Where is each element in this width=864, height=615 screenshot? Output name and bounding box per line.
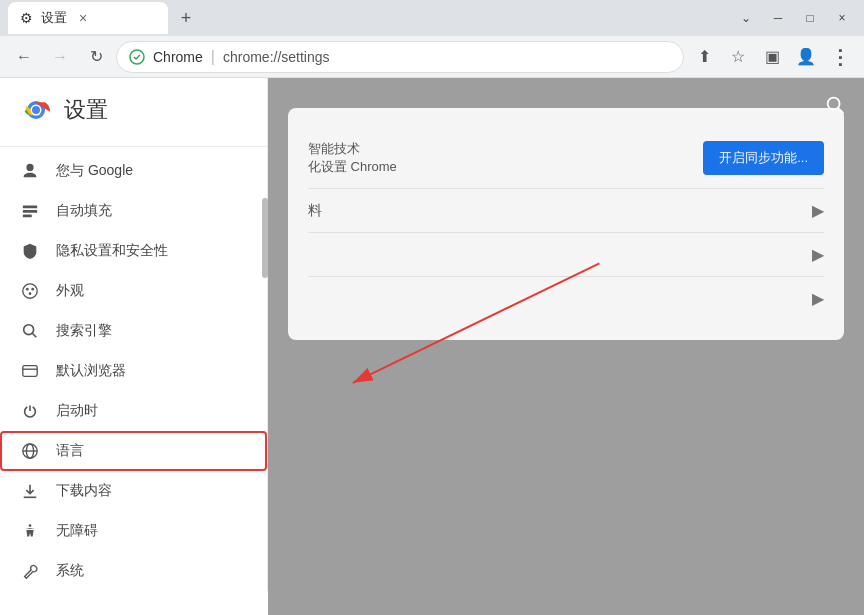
shield-icon bbox=[20, 241, 40, 261]
power-icon bbox=[20, 401, 40, 421]
tab-close-button[interactable]: × bbox=[79, 10, 87, 26]
svg-point-8 bbox=[23, 284, 37, 298]
sidebar-label-search: 搜索引擎 bbox=[56, 322, 112, 340]
chrome-logo-icon bbox=[20, 94, 52, 126]
svg-rect-6 bbox=[23, 210, 37, 213]
nav-actions: ⬆ ☆ ▣ 👤 ⋮ bbox=[688, 41, 856, 73]
sync-description: 智能技术 化设置 Chrome bbox=[308, 140, 397, 176]
svg-point-20 bbox=[29, 524, 32, 527]
sidebar-toggle-icon[interactable]: ▣ bbox=[756, 41, 788, 73]
search-settings-icon[interactable] bbox=[824, 94, 848, 118]
card-row-1[interactable]: 料 ▶ bbox=[308, 189, 824, 233]
window-controls: ⌄ ─ □ × bbox=[732, 4, 856, 32]
sidebar-label-autofill: 自动填充 bbox=[56, 202, 112, 220]
address-bar[interactable]: Chrome | chrome://settings bbox=[116, 41, 684, 73]
address-brand: Chrome bbox=[153, 49, 203, 65]
minimize-button[interactable]: ─ bbox=[764, 4, 792, 32]
wrench-icon bbox=[20, 561, 40, 581]
sidebar-label-startup: 启动时 bbox=[56, 402, 98, 420]
chevron-right-icon-2: ▶ bbox=[812, 245, 824, 264]
new-tab-button[interactable]: + bbox=[172, 4, 200, 32]
sidebar-item-google[interactable]: 您与 Google bbox=[0, 151, 267, 191]
sidebar-item-default-browser[interactable]: 默认浏览器 bbox=[0, 351, 267, 391]
personalize-label: 化设置 Chrome bbox=[308, 158, 397, 176]
svg-line-13 bbox=[32, 333, 36, 337]
globe-icon bbox=[20, 441, 40, 461]
title-bar: ⚙ 设置 × + ⌄ ─ □ × bbox=[0, 0, 864, 36]
sidebar-wrapper: 设置 您与 Google 自动填充 bbox=[0, 78, 268, 615]
sidebar-header: 设置 bbox=[0, 78, 267, 142]
sidebar-label-appearance: 外观 bbox=[56, 282, 84, 300]
svg-rect-5 bbox=[23, 206, 37, 209]
svg-point-21 bbox=[828, 98, 840, 110]
address-lock-icon bbox=[129, 49, 145, 65]
content-area: 设置 您与 Google 自动填充 bbox=[0, 78, 864, 615]
sidebar-item-language[interactable]: 语言 bbox=[0, 431, 267, 471]
sidebar-label-default-browser: 默认浏览器 bbox=[56, 362, 126, 380]
active-tab[interactable]: ⚙ 设置 × bbox=[8, 2, 168, 34]
search-icon bbox=[20, 321, 40, 341]
main-settings-content: 智能技术 化设置 Chrome 开启同步功能... 料 ▶ ▶ ▶ bbox=[268, 78, 864, 615]
menu-icon[interactable]: ⋮ bbox=[824, 41, 856, 73]
share-icon[interactable]: ⬆ bbox=[688, 41, 720, 73]
svg-point-11 bbox=[29, 292, 32, 295]
card-row-1-label: 料 bbox=[308, 202, 322, 220]
chevron-down-icon[interactable]: ⌄ bbox=[732, 4, 760, 32]
sidebar-item-search[interactable]: 搜索引擎 bbox=[0, 311, 267, 351]
tab-title: 设置 bbox=[41, 9, 67, 27]
sidebar-item-startup[interactable]: 启动时 bbox=[0, 391, 267, 431]
settings-card: 智能技术 化设置 Chrome 开启同步功能... 料 ▶ ▶ ▶ bbox=[288, 108, 844, 340]
sidebar-label-google: 您与 Google bbox=[56, 162, 133, 180]
address-url: chrome://settings bbox=[223, 49, 330, 65]
forward-button[interactable]: → bbox=[44, 41, 76, 73]
palette-icon bbox=[20, 281, 40, 301]
card-row-2[interactable]: ▶ bbox=[308, 233, 824, 277]
sidebar-label-language: 语言 bbox=[56, 442, 84, 460]
svg-point-4 bbox=[32, 106, 40, 114]
svg-point-10 bbox=[31, 288, 34, 291]
person-icon bbox=[20, 161, 40, 181]
tab-settings-icon: ⚙ bbox=[20, 10, 33, 26]
svg-line-22 bbox=[838, 108, 843, 113]
sidebar-item-appearance[interactable]: 外观 bbox=[0, 271, 267, 311]
chevron-right-icon-1: ▶ bbox=[812, 201, 824, 220]
bookmark-icon[interactable]: ☆ bbox=[722, 41, 754, 73]
svg-point-9 bbox=[26, 288, 29, 291]
svg-point-12 bbox=[24, 325, 34, 335]
download-icon bbox=[20, 481, 40, 501]
sidebar-label-accessibility: 无障碍 bbox=[56, 522, 98, 540]
navigation-bar: ← → ↻ Chrome | chrome://settings ⬆ ☆ ▣ 👤… bbox=[0, 36, 864, 78]
refresh-button[interactable]: ↻ bbox=[80, 41, 112, 73]
sidebar-label-downloads: 下载内容 bbox=[56, 482, 112, 500]
sidebar-item-system[interactable]: 系统 bbox=[0, 551, 267, 591]
sync-row: 智能技术 化设置 Chrome 开启同步功能... bbox=[308, 128, 824, 189]
svg-rect-7 bbox=[23, 215, 32, 218]
sidebar-item-privacy[interactable]: 隐私设置和安全性 bbox=[0, 231, 267, 271]
svg-rect-14 bbox=[23, 366, 37, 377]
sidebar-divider-top bbox=[0, 146, 267, 147]
browser-frame: ⚙ 设置 × + ⌄ ─ □ × ← → ↻ Chrome | chrome:/… bbox=[0, 0, 864, 615]
browser-icon bbox=[20, 361, 40, 381]
card-row-3[interactable]: ▶ bbox=[308, 277, 824, 320]
sidebar: 设置 您与 Google 自动填充 bbox=[0, 78, 268, 591]
autofill-icon bbox=[20, 201, 40, 221]
back-button[interactable]: ← bbox=[8, 41, 40, 73]
accessibility-icon bbox=[20, 521, 40, 541]
sidebar-title: 设置 bbox=[64, 95, 108, 125]
chevron-right-icon-3: ▶ bbox=[812, 289, 824, 308]
close-window-button[interactable]: × bbox=[828, 4, 856, 32]
sync-button[interactable]: 开启同步功能... bbox=[703, 141, 824, 175]
address-separator: | bbox=[211, 48, 215, 66]
sidebar-label-system: 系统 bbox=[56, 562, 84, 580]
maximize-button[interactable]: □ bbox=[796, 4, 824, 32]
sidebar-item-autofill[interactable]: 自动填充 bbox=[0, 191, 267, 231]
sidebar-item-accessibility[interactable]: 无障碍 bbox=[0, 511, 267, 551]
sidebar-label-privacy: 隐私设置和安全性 bbox=[56, 242, 168, 260]
sidebar-item-downloads[interactable]: 下载内容 bbox=[0, 471, 267, 511]
profile-icon[interactable]: 👤 bbox=[790, 41, 822, 73]
smart-tech-label: 智能技术 bbox=[308, 140, 397, 158]
